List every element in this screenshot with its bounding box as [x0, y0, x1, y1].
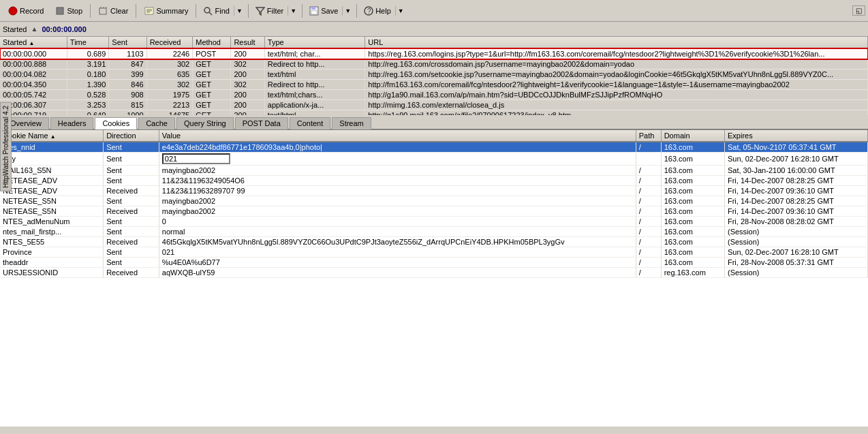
request-row[interactable]: 00:00:04.0820.180399635GET200text/htmlht…: [0, 69, 868, 80]
request-cell: http://fm163.163.com/coremail/fcg/ntesdo…: [365, 80, 868, 90]
cookie-value-input[interactable]: [162, 153, 230, 164]
cookie-name-cell: URSJESSIONID: [0, 268, 104, 278]
help-arrow[interactable]: ▼: [395, 6, 406, 16]
help-label: Help: [375, 7, 391, 15]
th-path[interactable]: Path: [636, 130, 661, 142]
request-table-wrapper[interactable]: Started ▲ Time Sent Received Method Resu…: [0, 37, 868, 115]
cookie-row[interactable]: MAIL163_S5NSentmayingbao2002/163.comSat,…: [0, 166, 868, 176]
svg-line-11: [209, 12, 212, 15]
request-tbody: 00:00:00.0000.68911032246POST200text/htm…: [0, 48, 868, 115]
cookie-path-cell: [636, 153, 661, 166]
th-direction[interactable]: Direction: [104, 130, 159, 142]
th-cookie-name[interactable]: Cookie Name ▲: [0, 130, 104, 142]
cookie-tbody: ntes_nnidSente4e3a7deb224bdf86771e178609…: [0, 142, 868, 278]
cookie-row[interactable]: ntes_nnidSente4e3a7deb224bdf86771e178609…: [0, 142, 868, 153]
help-main[interactable]: ? Help: [360, 4, 394, 18]
cookie-value-cell: 11&23&11963289707 99: [159, 186, 636, 196]
svg-rect-14: [311, 7, 315, 10]
th-result[interactable]: Result: [231, 37, 264, 48]
request-cell: GET: [193, 110, 231, 116]
save-arrow[interactable]: ▼: [342, 6, 353, 16]
request-table: Started ▲ Time Sent Received Method Resu…: [0, 37, 868, 115]
request-row[interactable]: 00:00:05.7420.5289081975GET200text/html;…: [0, 90, 868, 100]
summary-icon: [144, 5, 155, 16]
th-time[interactable]: Time: [67, 37, 108, 48]
request-cell: GET: [193, 90, 231, 100]
th-sent[interactable]: Sent: [109, 37, 146, 48]
stop-button[interactable]: Stop: [50, 3, 87, 19]
request-cell: 200: [231, 69, 264, 80]
cookie-row[interactable]: NETEASE_ADVReceived11&23&11963289707 99/…: [0, 186, 868, 196]
statusbar: Started ▲ 00:00:00.000: [0, 22, 868, 37]
svg-rect-15: [311, 11, 317, 14]
cookie-row[interactable]: CitySent163.comSun, 02-Dec-2007 16:28:10…: [0, 153, 868, 166]
cookie-value-cell: 11&23&11963249054O6: [159, 176, 636, 186]
cookie-row[interactable]: NETEASE_ADVSent11&23&11963249054O6/163.c…: [0, 176, 868, 186]
filter-arrow[interactable]: ▼: [288, 6, 298, 16]
detach-button[interactable]: ◱: [852, 5, 865, 16]
cookie-expires-cell: Sat, 05-Nov-2107 05:37:41 GMT: [724, 142, 867, 153]
stop-label: Stop: [67, 7, 82, 15]
th-value[interactable]: Value: [159, 130, 636, 142]
cookie-expires-cell: Fri, 14-Dec-2007 09:36:10 GMT: [724, 186, 867, 196]
th-expires[interactable]: Expires: [724, 130, 867, 142]
request-row[interactable]: 00:00:00.0000.68911032246POST200text/htm…: [0, 48, 868, 59]
cookie-name-cell: NTES_adMenuNum: [0, 217, 104, 227]
cookie-value-cell[interactable]: [159, 153, 636, 166]
tab-cookies[interactable]: Cookies: [95, 117, 137, 129]
filter-label: Filter: [267, 7, 283, 15]
find-main[interactable]: Find: [200, 4, 232, 18]
cookie-row[interactable]: ProvinceSent021/163.comSun, 02-Dec-2007 …: [0, 247, 868, 258]
request-row[interactable]: 00:00:00.7190.640100014675GET200text/htm…: [0, 110, 868, 116]
cookie-path-cell: /: [636, 166, 661, 176]
cookie-name-cell: NTES_5E55: [0, 237, 104, 247]
tab-query-string[interactable]: Query String: [176, 117, 234, 129]
cookie-direction-cell: Sent: [104, 217, 159, 227]
tab-content[interactable]: Content: [290, 117, 331, 129]
cookie-domain-cell: 163.com: [661, 153, 724, 166]
request-cell: 815: [109, 100, 146, 110]
tab-stream[interactable]: Stream: [332, 117, 371, 129]
cookie-panel[interactable]: Cookie Name ▲ Direction Value Path Domai…: [0, 130, 868, 427]
save-main[interactable]: Save: [306, 4, 341, 18]
th-type[interactable]: Type: [264, 37, 365, 48]
cookie-row[interactable]: theaddrSent%u4E0A%u6D77/163.comFri, 28-N…: [0, 258, 868, 268]
th-method[interactable]: Method: [193, 37, 231, 48]
filter-main[interactable]: Filter: [252, 4, 286, 18]
th-started[interactable]: Started ▲: [0, 37, 67, 48]
find-button-group[interactable]: Find ▼: [199, 3, 245, 19]
cookie-domain-cell: 163.com: [661, 227, 724, 237]
cookie-row[interactable]: ntes_mail_firstp...Sentnormal/163.com(Se…: [0, 227, 868, 237]
svg-marker-12: [256, 7, 264, 15]
th-received[interactable]: Received: [146, 37, 193, 48]
cookie-value-cell: normal: [159, 227, 636, 237]
clear-button[interactable]: Clear: [93, 3, 133, 19]
tab-cache[interactable]: Cache: [138, 117, 175, 129]
cookie-row[interactable]: NETEASE_S5NSentmayingbao2002/163.comFri,…: [0, 196, 868, 206]
tab-post-data[interactable]: POST Data: [235, 117, 288, 129]
cookie-direction-cell: Received: [104, 186, 159, 196]
help-button-group[interactable]: ? Help ▼: [360, 3, 407, 19]
filter-button-group[interactable]: Filter ▼: [251, 3, 299, 19]
filter-icon: [255, 5, 266, 16]
request-cell: 200: [231, 90, 264, 100]
cookie-path-cell: /: [636, 258, 661, 268]
request-cell: 2246: [146, 48, 193, 59]
request-row[interactable]: 00:00:06.3073.2538152213GET200applicatio…: [0, 100, 868, 110]
toolbar-separator-4: [248, 4, 249, 18]
cookie-row[interactable]: URSJESSIONIDReceivedaqWXQB-ulY59/reg.163…: [0, 268, 868, 278]
request-row[interactable]: 00:00:04.3501.390846302GET302Redirect to…: [0, 80, 868, 90]
request-cell: 00:00:05.742: [0, 90, 67, 100]
find-arrow[interactable]: ▼: [234, 6, 245, 16]
cookie-row[interactable]: NTES_adMenuNumSent0/163.comFri, 28-Nov-2…: [0, 217, 868, 227]
save-icon: [309, 5, 320, 16]
th-domain[interactable]: Domain: [661, 130, 724, 142]
cookie-row[interactable]: NTES_5E55Received46t5GkqlgX5tKM5vatYUhn8…: [0, 237, 868, 247]
record-button[interactable]: Record: [3, 3, 48, 19]
tab-headers[interactable]: Headers: [50, 117, 94, 129]
summary-button[interactable]: Summary: [139, 3, 193, 19]
cookie-row[interactable]: NETEASE_S5NReceivedmayingbao2002/163.com…: [0, 206, 868, 217]
th-url[interactable]: URL: [365, 37, 868, 48]
request-row[interactable]: 00:00:00.8883.191847302GET302Redirect to…: [0, 59, 868, 69]
save-button-group[interactable]: Save ▼: [305, 3, 354, 19]
